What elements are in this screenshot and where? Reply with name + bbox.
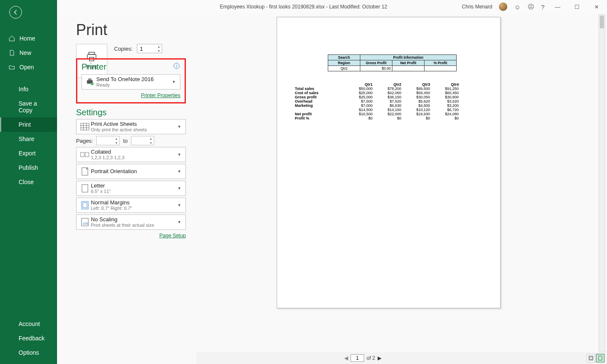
svg-rect-0 [89, 52, 95, 54]
sidebar-label: Print [19, 121, 31, 128]
chevron-down-icon: ▼ [176, 152, 183, 157]
sidebar-item-close[interactable]: Close [0, 175, 57, 189]
copies-input[interactable] [137, 46, 154, 52]
settings-block: Settings Print Active SheetsOnly print t… [76, 108, 186, 239]
sidebar-item-share[interactable]: Share [0, 132, 57, 146]
svg-rect-16 [83, 203, 87, 208]
sidebar-label: Publish [19, 164, 38, 171]
sidebar-item-open[interactable]: Open [0, 60, 57, 74]
page-number-input[interactable] [351, 354, 364, 362]
prev-page-button[interactable]: ◀ [344, 355, 348, 361]
chevron-down-icon: ▼ [176, 186, 183, 190]
title-bar: Employees Xlookup - first looks 20190829… [0, 0, 607, 14]
orientation-dropdown[interactable]: Portrait Orientation ▼ [76, 164, 186, 179]
sidebar-item-options[interactable]: Options [0, 345, 57, 360]
pages-to-input[interactable]: ▲▼ [131, 136, 154, 145]
paper-size-dropdown[interactable]: Letter8.5" x 11" ▼ [76, 181, 186, 196]
next-page-button[interactable]: ▶ [378, 355, 381, 361]
copies-down[interactable]: ▼ [156, 49, 162, 53]
preview-data-table: Qtr1Qtr2Qtr3Qtr4Total sales$50,000$78,20… [294, 82, 487, 120]
paper-icon [79, 184, 91, 193]
home-icon [8, 35, 15, 42]
sidebar-item-publish[interactable]: Publish [0, 160, 57, 175]
margins-icon [79, 201, 91, 209]
printer-properties-link[interactable]: Printer Properties [141, 92, 180, 98]
printer-dropdown[interactable]: Send To OneNote 2016 Ready ▼ [82, 74, 180, 90]
copies-label: Copies: [114, 46, 133, 52]
margins-dropdown[interactable]: Normal MarginsLeft: 0.7" Right: 0.7" ▼ [76, 198, 186, 213]
new-icon [8, 49, 15, 56]
svg-rect-14 [82, 185, 88, 192]
sidebar-label: Options [19, 349, 39, 356]
chevron-down-icon: ▼ [176, 203, 183, 207]
main-area: Print Print Copies: ▲▼ i Printer Send [57, 14, 607, 364]
sidebar-label: Feedback [19, 335, 44, 342]
sidebar-item-home[interactable]: Home [0, 31, 57, 46]
page-of-text: of 2 [367, 355, 375, 361]
printer-status: Ready [96, 82, 170, 88]
printer-highlight-box: i Printer Send To OneNote 2016 Ready ▼ P… [76, 58, 186, 103]
preview-scrollbar[interactable] [599, 14, 605, 352]
sidebar-label: New [19, 49, 31, 56]
pages-label: Pages: [76, 138, 93, 144]
sidebar-label: Home [19, 35, 35, 42]
print-settings-column: Print Print Copies: ▲▼ i Printer Send [57, 14, 196, 364]
sidebar-item-feedback[interactable]: Feedback [0, 331, 57, 345]
sidebar-item-account[interactable]: Account [0, 317, 57, 331]
show-margins-button[interactable] [587, 354, 595, 362]
preview-header-table: SearchProfit Information RegionGross Pro… [328, 54, 457, 71]
settings-section-title: Settings [76, 108, 186, 117]
pages-from-input[interactable]: ▲▼ [96, 136, 120, 145]
pages-to-label: to [123, 138, 128, 144]
portrait-icon [79, 167, 91, 176]
printer-icon [84, 77, 96, 87]
svg-rect-21 [599, 356, 602, 360]
scaling-dropdown[interactable]: 100 No ScalingPrint sheets at their actu… [76, 215, 186, 230]
sidebar-label: Share [19, 136, 34, 142]
scaling-icon: 100 [79, 218, 91, 226]
document-title: Employees Xlookup - first looks 20190829… [0, 4, 607, 10]
zoom-to-page-button[interactable] [596, 354, 604, 362]
sidebar-label: Export [19, 150, 35, 157]
sidebar-item-saveacopy[interactable]: Save a Copy [0, 96, 57, 117]
print-what-dropdown[interactable]: Print Active SheetsOnly print the active… [76, 119, 186, 134]
copies-spinbox[interactable]: ▲▼ [137, 44, 162, 53]
sidebar-item-info[interactable]: Info [0, 82, 57, 96]
sidebar-item-export[interactable]: Export [0, 146, 57, 160]
chevron-down-icon: ▼ [176, 169, 183, 174]
open-icon [8, 64, 15, 71]
svg-text:100: 100 [82, 222, 88, 225]
sidebar-item-new[interactable]: New [0, 46, 57, 60]
collated-icon [79, 151, 91, 158]
svg-rect-20 [590, 357, 592, 359]
preview-page: SearchProfit Information RegionGross Pro… [277, 17, 501, 308]
preview-footer: ◀ of 2 ▶ [196, 352, 607, 364]
chevron-down-icon: ▼ [176, 220, 183, 224]
page-setup-link[interactable]: Page Setup [159, 233, 186, 239]
backstage-sidebar: Home New Open Info Save a Copy Print Sha… [0, 0, 57, 364]
sheets-icon [79, 123, 91, 130]
chevron-down-icon: ▼ [170, 80, 177, 84]
svg-rect-4 [88, 79, 92, 80]
printer-name: Send To OneNote 2016 [96, 76, 170, 83]
print-preview: SearchProfit Information RegionGross Pro… [196, 14, 607, 364]
svg-rect-11 [81, 152, 84, 157]
printer-info-icon[interactable]: i [174, 63, 180, 69]
collation-dropdown[interactable]: Collated1,2,3 1,2,3 1,2,3 ▼ [76, 147, 186, 162]
svg-rect-6 [81, 123, 89, 130]
sidebar-label: Open [19, 64, 34, 71]
sidebar-label: Account [19, 321, 40, 327]
page-title: Print [76, 21, 186, 39]
svg-rect-12 [85, 152, 89, 157]
copies-up[interactable]: ▲ [156, 44, 162, 49]
sidebar-item-print[interactable]: Print [0, 117, 57, 132]
sidebar-label: Close [19, 179, 34, 185]
scrollbar-thumb[interactable] [600, 16, 604, 28]
back-button[interactable] [9, 6, 22, 19]
sidebar-label: Save a Copy [19, 100, 49, 114]
chevron-down-icon: ▼ [176, 125, 183, 129]
sidebar-label: Info [19, 86, 28, 92]
printer-section-title: Printer [82, 62, 180, 72]
